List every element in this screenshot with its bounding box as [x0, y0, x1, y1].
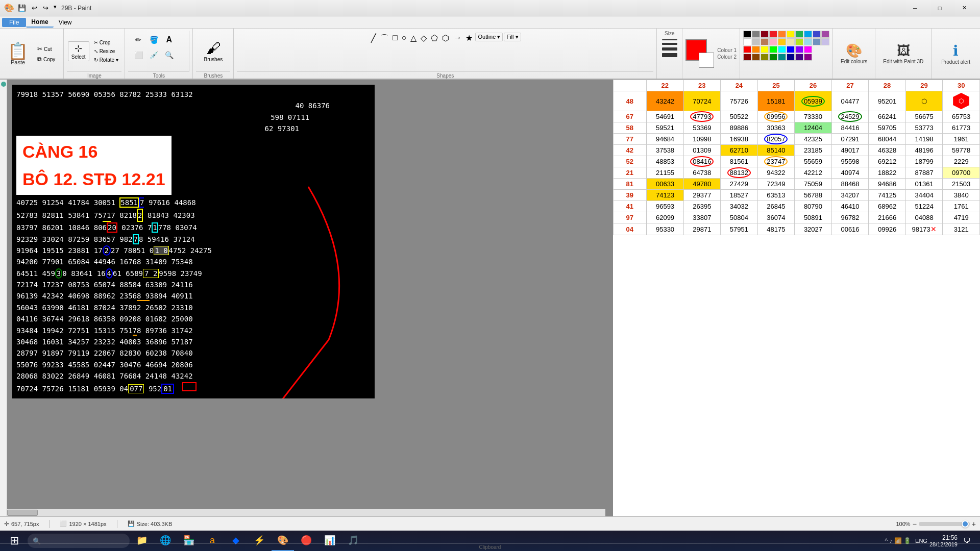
- table-cell: 23747: [757, 156, 795, 167]
- resize-button[interactable]: ⤡ Resize: [91, 47, 121, 55]
- palette-color[interactable]: [752, 31, 760, 38]
- shape-line[interactable]: ╱: [370, 33, 378, 43]
- size-line-3[interactable]: [662, 47, 677, 51]
- product-alert-button[interactable]: ℹ Product alert: [937, 40, 975, 67]
- table-cell: 51224: [905, 201, 943, 212]
- edit-colours-button[interactable]: 🎨 Edit colours: [836, 40, 872, 67]
- palette-color[interactable]: [752, 38, 760, 45]
- size-line-1[interactable]: [662, 39, 677, 40]
- color2-swatch[interactable]: [699, 53, 714, 68]
- shape-arrow[interactable]: →: [452, 33, 463, 43]
- cut-button[interactable]: ✂ Cut: [35, 44, 58, 54]
- paste-button[interactable]: 📋 Paste: [3, 41, 33, 67]
- size-line-4[interactable]: [662, 53, 677, 57]
- brushes-button[interactable]: 🖌 Brushes: [201, 31, 226, 71]
- horizontal-scrollbar[interactable]: [7, 509, 605, 516]
- size-line-2[interactable]: [662, 43, 677, 45]
- palette-color[interactable]: [769, 38, 777, 45]
- palette-color[interactable]: [778, 38, 786, 45]
- col-header-24: 24: [721, 80, 758, 91]
- close-button[interactable]: ✕: [952, 0, 976, 16]
- palette-color[interactable]: [743, 31, 751, 38]
- menu-bar: File Home View: [0, 16, 980, 29]
- taskbar-time: 21:56: [929, 534, 958, 541]
- palette-color[interactable]: [787, 46, 795, 53]
- table-cell: 04088: [905, 212, 943, 223]
- eraser-tool[interactable]: ⬜: [131, 48, 145, 62]
- palette-color[interactable]: [743, 38, 751, 45]
- palette-color[interactable]: [778, 54, 786, 61]
- table-row: 9762099338075080436074508919678221666040…: [614, 212, 980, 223]
- shape-triangle[interactable]: △: [409, 33, 418, 43]
- palette-color[interactable]: [804, 54, 812, 61]
- palette-color[interactable]: [769, 46, 777, 53]
- select-button[interactable]: ⊹ Select: [68, 41, 89, 61]
- palette-color[interactable]: [752, 54, 760, 61]
- crop-button[interactable]: ✂ Crop: [91, 39, 121, 46]
- palette-color[interactable]: [821, 31, 829, 38]
- palette-color[interactable]: [787, 38, 795, 45]
- palette-color[interactable]: [743, 54, 751, 61]
- shape-curve[interactable]: ⌒: [379, 33, 390, 44]
- quick-redo-icon[interactable]: ↪: [41, 3, 51, 13]
- palette-color[interactable]: [778, 31, 786, 38]
- palette-color[interactable]: [804, 38, 812, 45]
- palette-color[interactable]: [787, 54, 795, 61]
- shape-pentagon[interactable]: ⬠: [429, 33, 439, 43]
- palette-color[interactable]: [761, 38, 769, 45]
- menu-file[interactable]: File: [2, 18, 26, 27]
- palette-color[interactable]: [821, 38, 829, 45]
- palette-color[interactable]: [743, 46, 751, 53]
- shape-rect[interactable]: □: [391, 33, 399, 43]
- right-table-area[interactable]: 22 23 24 25 26 27 28 29 30 4843242707247…: [612, 80, 980, 516]
- outline-dropdown[interactable]: Outline ▾: [475, 33, 503, 41]
- palette-color[interactable]: [761, 31, 769, 38]
- fill-dropdown[interactable]: Fill ▾: [504, 33, 521, 41]
- menu-home[interactable]: Home: [26, 17, 53, 28]
- rotate-button[interactable]: ↻ Rotate ▾: [91, 56, 121, 64]
- customize-icon[interactable]: ▾: [52, 3, 58, 13]
- fill-tool[interactable]: 🪣: [146, 33, 161, 47]
- title-bar-controls: ─ □ ✕: [903, 0, 976, 16]
- edit-paint3d-button[interactable]: 🖼 Edit with Paint 3D: [878, 40, 928, 67]
- palette-color[interactable]: [769, 31, 777, 38]
- shape-diamond[interactable]: ◇: [419, 33, 428, 43]
- palette-color[interactable]: [795, 54, 803, 61]
- palette-container: [743, 31, 829, 61]
- minimize-button[interactable]: ─: [903, 0, 927, 16]
- shape-oval[interactable]: ○: [400, 33, 408, 43]
- palette-color[interactable]: [787, 31, 795, 38]
- palette-color[interactable]: [769, 54, 777, 61]
- quick-undo-icon[interactable]: ↩: [30, 3, 39, 13]
- status-bar: ✛ 657, 715px ⬜ 1920 × 1481px 💾 Size: 403…: [0, 516, 980, 531]
- zoom-plus-icon[interactable]: +: [972, 520, 976, 528]
- palette-color[interactable]: [795, 46, 803, 53]
- table-cell: 68044: [869, 134, 906, 145]
- palette-color[interactable]: [813, 31, 821, 38]
- data-table: 22 23 24 25 26 27 28 29 30 4843242707247…: [613, 80, 980, 235]
- palette-color[interactable]: [761, 54, 769, 61]
- quick-save-icon[interactable]: 💾: [16, 3, 28, 13]
- shape-hex[interactable]: ⬡: [440, 33, 451, 43]
- picker-tool[interactable]: 💉: [146, 48, 161, 62]
- text-tool[interactable]: A: [162, 33, 176, 47]
- palette-color[interactable]: [752, 46, 760, 53]
- menu-view[interactable]: View: [54, 18, 77, 27]
- palette-color[interactable]: [804, 46, 812, 53]
- palette-color[interactable]: [804, 31, 812, 38]
- shape-star[interactable]: ★: [464, 33, 474, 43]
- magnify-tool[interactable]: 🔍: [162, 48, 176, 62]
- number-row-7: 92329 33024 87259 83657 98278 59416 3712…: [16, 234, 371, 245]
- palette-color[interactable]: [761, 46, 769, 53]
- maximize-button[interactable]: □: [928, 0, 951, 16]
- zoom-slider[interactable]: [919, 522, 970, 526]
- palette-color[interactable]: [795, 38, 803, 45]
- palette-color[interactable]: [778, 46, 786, 53]
- pencil-tool[interactable]: ✏: [131, 33, 145, 47]
- palette-color[interactable]: [813, 38, 821, 45]
- copy-button[interactable]: ⧉ Copy: [35, 55, 58, 64]
- vert-indicator[interactable]: [1, 82, 6, 87]
- canvas-wrapper[interactable]: 79918 51357 56690 05356 82782 25333 6313…: [0, 80, 612, 516]
- palette-color[interactable]: [795, 31, 803, 38]
- zoom-minus-icon[interactable]: −: [913, 520, 917, 528]
